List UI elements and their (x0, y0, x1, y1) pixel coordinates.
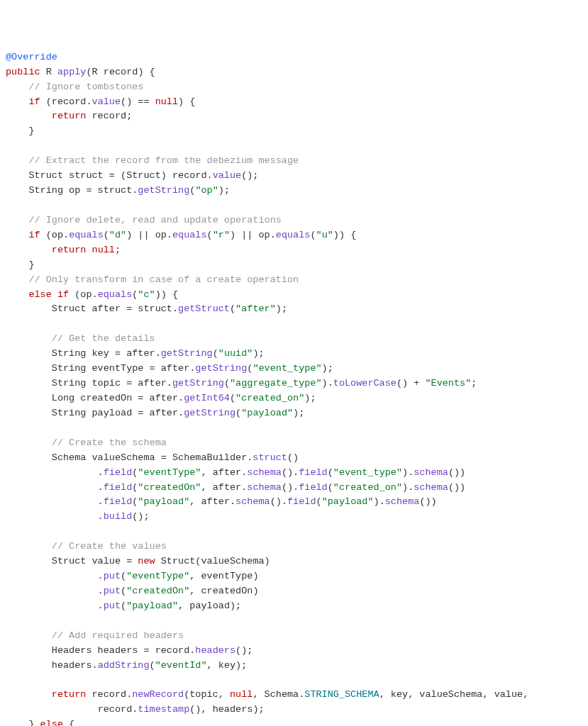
comment: // Only transform in case of a create op… (28, 274, 299, 285)
kw-return: return (52, 689, 87, 700)
comment: // Ignore delete, read and update operat… (28, 215, 281, 225)
method-call: put (104, 601, 121, 611)
kw-if: if (28, 230, 40, 240)
string-lit: "after" (235, 303, 276, 314)
method-call: build (104, 511, 133, 522)
method-call: getString (172, 378, 224, 389)
expr: record. (86, 689, 132, 700)
expr: ()) (448, 467, 465, 478)
expr: (). (282, 467, 299, 478)
expr: String payload = after. (52, 408, 184, 418)
string-lit: "event_type" (253, 363, 321, 374)
expr: String topic = after. (52, 378, 172, 389)
method-call: timestamp (138, 704, 189, 715)
string-lit: "aggregate_type" (230, 378, 322, 389)
expr: ; (471, 378, 477, 389)
string-lit: "createdOn" (126, 586, 189, 596)
type-r: R (46, 67, 52, 77)
kw-return: return (52, 245, 87, 255)
method-call: addString (98, 660, 150, 671)
expr: (); (241, 170, 258, 181)
expr: ); (293, 408, 304, 418)
expr: , createdOn) (189, 586, 258, 596)
kw-if: if (28, 96, 40, 107)
method-call: equals (276, 230, 311, 240)
string-lit: "eventType" (126, 571, 189, 581)
expr: record; (86, 111, 132, 121)
expr: ()) (419, 496, 436, 507)
method-call: equals (98, 289, 133, 300)
string-lit: "payload" (138, 496, 189, 507)
method-call: schema (414, 482, 448, 493)
string-lit: "r" (213, 230, 230, 240)
method-call: field (104, 482, 133, 493)
method-call: getString (161, 348, 213, 359)
expr: (op. (69, 289, 98, 300)
code-block: @Override public R apply(R record) { // … (6, 50, 582, 726)
string-lit: "c" (138, 289, 155, 300)
method-call: getStruct (178, 303, 230, 314)
expr: )) { (333, 230, 356, 240)
expr: (record. (46, 96, 92, 107)
expr: String key = after. (52, 348, 161, 359)
expr: ); (253, 348, 264, 359)
expr: Struct(valueSchema) (155, 556, 270, 566)
kw-public: public (6, 67, 40, 77)
string-lit: "createdOn" (138, 482, 201, 493)
string-lit: "payload" (126, 601, 178, 611)
expr: ); (276, 303, 287, 314)
expr: ); (218, 185, 230, 196)
string-lit: "d" (109, 230, 126, 240)
expr: Struct struct = (Struct) record. (28, 170, 212, 181)
expr: , payload); (178, 601, 241, 611)
expr: , after. (201, 482, 247, 493)
string-lit: "payload" (322, 496, 374, 507)
string-lit: "created_on" (333, 482, 402, 493)
method-call: field (299, 467, 328, 478)
string-lit: "payload" (241, 408, 293, 418)
expr: headers. (52, 660, 98, 671)
method-call: equals (172, 230, 207, 240)
method-call: put (104, 586, 121, 596)
expr: (). (270, 496, 287, 507)
string-lit: "created_on" (235, 393, 304, 403)
expr: ) || op. (126, 230, 172, 240)
method-call: schema (414, 467, 448, 478)
method-call: getString (184, 408, 235, 418)
method-call: field (104, 496, 133, 507)
comment: // Create the values (52, 541, 167, 552)
method-call: field (299, 482, 328, 493)
string-lit: "eventId" (155, 660, 207, 671)
method-call: getString (138, 185, 189, 196)
expr: , Schema. (253, 689, 304, 700)
expr: , eventType) (189, 571, 258, 581)
method-call: schema (247, 467, 282, 478)
expr: ()) (448, 482, 465, 493)
kw-null: null (92, 245, 115, 255)
expr: , after. (201, 467, 247, 478)
expr: Struct after = struct. (52, 303, 178, 314)
expr: Schema valueSchema = SchemaBuilder. (52, 452, 253, 463)
brace: { (150, 67, 155, 77)
method-call: headers (195, 645, 235, 656)
expr: , after. (189, 496, 235, 507)
method-call: toLowerCase (333, 378, 396, 389)
kw-null: null (230, 689, 253, 700)
kw-else: else (28, 289, 51, 300)
expr: ) || op. (230, 230, 276, 240)
kw-else: else (40, 719, 63, 726)
expr: , key, valueSchema, value, (379, 689, 529, 700)
expr: String eventType = after. (52, 363, 196, 374)
brace: } (28, 125, 34, 136)
kw-if: if (57, 289, 69, 300)
comment: // Ignore tombstones (28, 82, 143, 92)
expr: ); (304, 393, 316, 403)
method-apply: apply (57, 67, 87, 77)
method-call: value (213, 170, 242, 181)
param-name: record (104, 67, 138, 77)
kw-return: return (52, 111, 87, 121)
expr: ). (322, 378, 333, 389)
method-call: getInt64 (184, 393, 230, 403)
method-call: value (92, 96, 121, 107)
method-call: newRecord (132, 689, 184, 700)
